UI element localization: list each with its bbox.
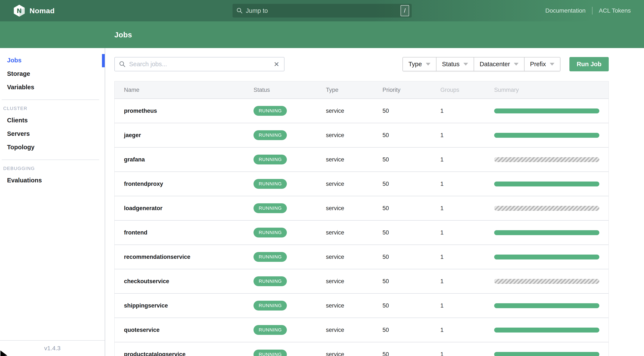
job-status-badge: RUNNING xyxy=(254,106,287,116)
table-row[interactable]: jaeger RUNNING service 50 1 xyxy=(114,123,608,147)
job-groups: 1 xyxy=(440,220,494,245)
job-priority: 50 xyxy=(382,196,440,220)
job-status-badge: RUNNING xyxy=(254,155,287,164)
job-type: service xyxy=(326,245,382,269)
job-name-link[interactable]: grafana xyxy=(124,156,145,163)
clear-search-button[interactable]: ✕ xyxy=(273,61,280,68)
job-priority: 50 xyxy=(382,269,440,294)
job-name-link[interactable]: checkoutservice xyxy=(124,278,169,285)
job-priority: 50 xyxy=(382,294,440,318)
job-status-badge: RUNNING xyxy=(254,350,287,356)
sidebar-item-topology[interactable]: Topology xyxy=(0,140,105,154)
filter-datacenter-dropdown[interactable]: Datacenter xyxy=(474,57,524,71)
job-priority: 50 xyxy=(382,245,440,269)
job-status-badge: RUNNING xyxy=(254,203,287,213)
job-summary-bar xyxy=(494,133,599,138)
table-row[interactable]: checkoutservice RUNNING service 50 1 xyxy=(114,269,608,294)
acl-tokens-link[interactable]: ACL Tokens xyxy=(599,7,631,14)
job-summary-bar xyxy=(494,303,599,308)
job-name-link[interactable]: recommendationservice xyxy=(124,254,190,260)
job-name-link[interactable]: prometheus xyxy=(124,108,157,114)
sidebar-section-cluster: CLUSTER xyxy=(0,103,105,114)
table-row[interactable]: recommendationservice RUNNING service 50… xyxy=(114,245,608,269)
mouse-cursor-icon xyxy=(0,350,10,356)
table-row[interactable]: prometheus RUNNING service 50 1 xyxy=(114,99,608,123)
shortcut-key-badge: / xyxy=(400,5,409,16)
job-name-link[interactable]: shippingservice xyxy=(124,302,168,309)
job-groups: 1 xyxy=(440,342,494,356)
job-name-link[interactable]: quoteservice xyxy=(124,327,160,333)
job-summary-bar xyxy=(494,255,599,260)
table-row[interactable]: frontend RUNNING service 50 1 xyxy=(114,220,608,245)
job-status-badge: RUNNING xyxy=(254,130,287,140)
job-name-link[interactable]: loadgenerator xyxy=(124,205,162,211)
search-box[interactable]: ✕ xyxy=(114,57,284,71)
job-groups: 1 xyxy=(440,123,494,147)
job-status-badge: RUNNING xyxy=(254,228,287,238)
sidebar-item-evaluations[interactable]: Evaluations xyxy=(0,174,105,187)
job-type: service xyxy=(326,123,382,147)
topnav-links: Documentation ACL Tokens xyxy=(545,7,631,14)
job-type: service xyxy=(326,147,382,172)
sidebar-divider xyxy=(2,160,99,160)
job-name-link[interactable]: jaeger xyxy=(124,132,141,138)
job-status-badge: RUNNING xyxy=(254,179,287,189)
job-summary-bar xyxy=(494,230,599,235)
documentation-link[interactable]: Documentation xyxy=(545,7,586,14)
job-summary-bar xyxy=(494,157,599,162)
job-summary-bar xyxy=(494,206,599,211)
job-summary-bar xyxy=(494,328,599,333)
top-navbar: N Nomad / Documentation ACL Tokens xyxy=(0,0,644,21)
table-row[interactable]: quoteservice RUNNING service 50 1 xyxy=(114,318,608,342)
jump-to-input[interactable] xyxy=(243,4,400,17)
job-type: service xyxy=(326,269,382,294)
job-priority: 50 xyxy=(382,147,440,172)
job-summary-bar xyxy=(494,108,599,113)
jump-to-box[interactable]: / xyxy=(232,4,412,17)
jobs-table-body: prometheus RUNNING service 50 1 jaeger R… xyxy=(114,99,608,356)
job-name-link[interactable]: frontendproxy xyxy=(124,181,163,187)
job-name-link[interactable]: frontend xyxy=(124,229,147,236)
search-icon xyxy=(236,7,243,14)
job-type: service xyxy=(326,172,382,196)
table-row[interactable]: grafana RUNNING service 50 1 xyxy=(114,147,608,172)
column-header-name[interactable]: Name xyxy=(114,81,254,99)
chevron-down-icon xyxy=(514,63,518,65)
job-status-badge: RUNNING xyxy=(254,325,287,335)
table-row[interactable]: frontendproxy RUNNING service 50 1 xyxy=(114,172,608,196)
job-status-badge: RUNNING xyxy=(254,252,287,262)
sidebar-item-clients[interactable]: Clients xyxy=(0,114,105,127)
job-priority: 50 xyxy=(382,318,440,342)
svg-text:N: N xyxy=(17,7,22,14)
search-icon xyxy=(119,61,126,67)
chevron-down-icon xyxy=(550,63,554,65)
search-jobs-input[interactable] xyxy=(126,57,273,71)
filter-prefix-dropdown[interactable]: Prefix xyxy=(524,57,560,71)
toolbar: ✕ Type Status Datacenter Prefix xyxy=(114,57,609,71)
job-priority: 50 xyxy=(382,99,440,123)
filter-type-dropdown[interactable]: Type xyxy=(403,57,436,71)
table-header-row: Name Status Type Priority Groups Summary xyxy=(114,81,608,99)
brand-name: Nomad xyxy=(30,6,55,15)
sidebar-item-variables[interactable]: Variables xyxy=(0,80,105,94)
column-header-priority[interactable]: Priority xyxy=(382,81,440,99)
column-header-type[interactable]: Type xyxy=(326,81,382,99)
run-job-button[interactable]: Run Job xyxy=(570,57,609,71)
sidebar-item-jobs[interactable]: Jobs xyxy=(0,54,105,67)
table-row[interactable]: productcatalogservice RUNNING service 50… xyxy=(114,342,608,356)
job-name-link[interactable]: productcatalogservice xyxy=(124,351,186,356)
job-groups: 1 xyxy=(440,147,494,172)
column-header-status[interactable]: Status xyxy=(254,81,326,99)
version-label: v1.4.3 xyxy=(0,340,105,356)
job-type: service xyxy=(326,342,382,356)
filter-status-dropdown[interactable]: Status xyxy=(436,57,474,71)
sidebar-item-storage[interactable]: Storage xyxy=(0,67,105,80)
table-row[interactable]: loadgenerator RUNNING service 50 1 xyxy=(114,196,608,220)
nomad-brand[interactable]: N Nomad xyxy=(13,4,55,17)
job-groups: 1 xyxy=(440,99,494,123)
sidebar-item-servers[interactable]: Servers xyxy=(0,127,105,140)
job-priority: 50 xyxy=(382,172,440,196)
column-header-summary: Summary xyxy=(494,81,608,99)
chevron-down-icon xyxy=(464,63,468,65)
table-row[interactable]: shippingservice RUNNING service 50 1 xyxy=(114,294,608,318)
